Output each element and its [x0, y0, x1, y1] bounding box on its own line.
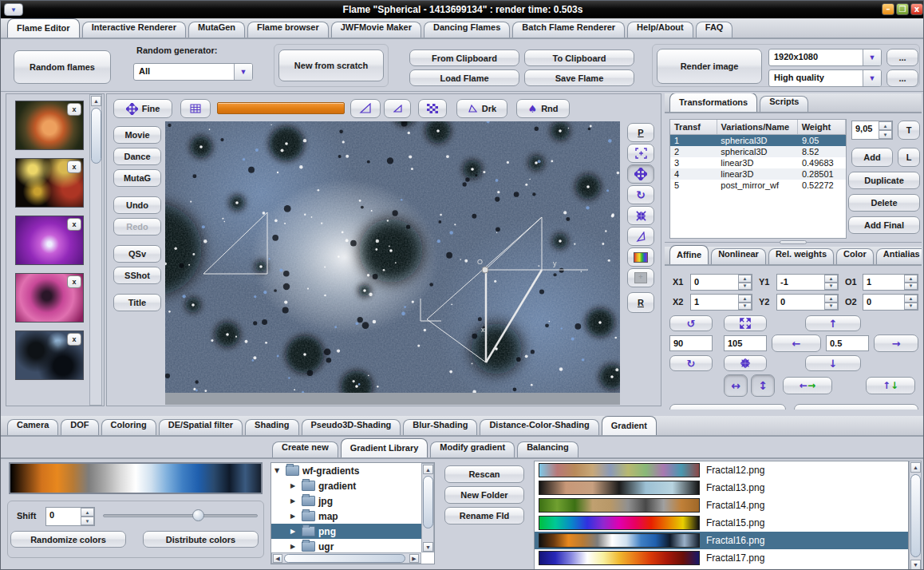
move-right-button[interactable]: → — [874, 334, 918, 352]
random-flames-button[interactable]: Random flames — [14, 50, 111, 84]
spin-down-icon[interactable]: ▼ — [81, 517, 94, 525]
col-weight[interactable]: Weight — [798, 120, 846, 134]
chevron-down-icon[interactable]: ▼ — [234, 64, 252, 80]
random-generator-select[interactable]: All ▼ — [133, 63, 253, 81]
tree-collapsed-icon[interactable]: ▶ — [290, 543, 298, 550]
disabled-tool-button[interactable]: + — [627, 268, 654, 287]
scrollbar-thumb[interactable] — [284, 554, 405, 563]
redo-button[interactable]: Redo — [113, 218, 161, 236]
gradient-mode-button[interactable] — [627, 247, 654, 267]
tree-expanded-icon[interactable]: ▼ — [274, 467, 282, 474]
tab-rel-weights[interactable]: Rel. weights — [768, 248, 834, 264]
spin-up-icon[interactable]: ▲ — [904, 275, 918, 283]
spin-up-icon[interactable]: ▲ — [81, 508, 94, 517]
tab-jwfmovie-maker[interactable]: JWFMovie Maker — [331, 22, 421, 38]
tab-coloring[interactable]: Coloring — [101, 419, 156, 435]
free-edit-mode-button[interactable] — [627, 227, 654, 246]
tab-batch-flame-renderer[interactable]: Batch Flame Renderer — [512, 22, 625, 38]
gradient-file-row[interactable]: Fractal12.png — [535, 461, 908, 479]
resolution-more-button[interactable]: ... — [886, 49, 918, 66]
tree-horizontal-scrollbar[interactable]: ◀ ▶ — [271, 552, 421, 564]
reset-button-clipped[interactable] — [794, 404, 918, 410]
spin-up-icon[interactable]: ▲ — [904, 295, 918, 303]
tab-gradient-library[interactable]: Gradient Library — [341, 438, 428, 457]
tab-transformations[interactable]: Transformations — [669, 93, 757, 112]
distribute-colors-button[interactable]: Distribute colors — [143, 531, 259, 548]
tab-flame-editor[interactable]: Flame Editor — [7, 18, 80, 38]
tree-collapsed-icon[interactable]: ▶ — [290, 482, 298, 489]
mutag-button[interactable]: MutaG — [113, 169, 161, 187]
gradient-file-row[interactable]: Fractal17.png — [535, 549, 908, 567]
quality-more-button[interactable]: ... — [886, 69, 918, 87]
tree-collapsed-icon[interactable]: ▶ — [290, 497, 298, 505]
gradient-file-row[interactable]: Fractal14.png — [535, 497, 908, 514]
toggle-t-button[interactable]: T — [898, 121, 920, 140]
scrollbar-thumb[interactable] — [423, 476, 433, 528]
tab-shading[interactable]: Shading — [245, 419, 298, 435]
transparency-toggle-button[interactable] — [418, 99, 447, 118]
toggle-l-button[interactable]: L — [898, 148, 920, 167]
gradient-file-row[interactable]: Fractal15.png — [535, 514, 908, 532]
quick-save-button[interactable]: QSv — [113, 245, 161, 263]
tab-gradient[interactable]: Gradient — [602, 416, 657, 435]
x1-field[interactable]: 0 ▲▼ — [690, 274, 752, 291]
spin-up-icon[interactable]: ▲ — [824, 275, 838, 283]
tree-vertical-scrollbar[interactable]: ▲ ▼ — [421, 463, 434, 552]
flame-thumbnail[interactable]: x — [15, 216, 84, 265]
thumbnail-scrollbar[interactable]: ▲ — [89, 94, 102, 406]
chevron-down-icon[interactable]: ▼ — [863, 49, 881, 65]
randomize-colors-button[interactable]: Randomize colors — [10, 531, 126, 548]
spin-down-icon[interactable]: ▼ — [904, 283, 918, 291]
tree-node-gradient[interactable]: ▶ gradient — [271, 478, 434, 493]
save-flame-button[interactable]: Save Flame — [524, 69, 634, 86]
grid-toggle-button[interactable] — [180, 99, 211, 118]
resolution-select[interactable]: 1920x1080 ▼ — [768, 49, 882, 66]
tab-dancing-flames[interactable]: Dancing Flames — [424, 22, 510, 38]
spin-up-icon[interactable]: ▲ — [738, 295, 752, 303]
tree-node-jpg[interactable]: ▶ jpg — [271, 493, 434, 509]
scroll-up-icon[interactable]: ▲ — [423, 465, 433, 474]
flame-thumbnail[interactable]: x — [15, 101, 84, 150]
tab-faq[interactable]: FAQ — [696, 22, 733, 38]
movie-button[interactable]: Movie — [113, 126, 161, 144]
to-clipboard-button[interactable]: To Clipboard — [524, 49, 634, 66]
close-thumbnail-button[interactable]: x — [67, 160, 81, 173]
tab-blur-shading[interactable]: Blur-Shading — [403, 419, 477, 435]
tab-dof[interactable]: DOF — [61, 419, 98, 435]
spin-down-icon[interactable]: ▼ — [824, 303, 838, 311]
spin-up-icon[interactable]: ▲ — [879, 121, 892, 130]
tab-color[interactable]: Color — [836, 248, 874, 264]
small-triangle-view-button[interactable] — [384, 99, 411, 118]
close-thumbnail-button[interactable]: x — [67, 333, 81, 346]
rotate-amount-input[interactable] — [669, 335, 713, 351]
close-thumbnail-button[interactable]: x — [67, 275, 81, 288]
scrollbar-thumb[interactable] — [910, 474, 921, 557]
scroll-right-icon[interactable]: ▶ — [409, 554, 419, 563]
tree-collapsed-icon[interactable]: ▶ — [290, 513, 298, 520]
move-amount-input[interactable] — [826, 335, 869, 351]
move-down-button[interactable]: ↓ — [805, 355, 861, 371]
gradient-file-row[interactable]: Fractal13.png — [535, 479, 908, 497]
random-toggle-button[interactable]: ♠ Rnd — [516, 99, 570, 118]
tab-de-spatial-filter[interactable]: DE/Spatial filter — [159, 419, 243, 435]
add-final-transform-button[interactable]: Add Final — [848, 216, 920, 234]
from-clipboard-button[interactable]: From Clipboard — [409, 49, 519, 66]
spin-up-icon[interactable]: ▲ — [738, 275, 752, 283]
screenshot-button[interactable]: SShot — [113, 267, 161, 284]
move-mode-button[interactable] — [627, 164, 654, 184]
splitter-grip[interactable] — [780, 240, 807, 244]
tree-node-png[interactable]: ▶ png — [271, 524, 434, 539]
reset-view-button[interactable]: R — [627, 292, 654, 313]
tree-node-root[interactable]: ▼ wf-gradients — [271, 463, 434, 478]
tab-scripts[interactable]: Scripts — [760, 96, 808, 112]
tree-collapsed-icon[interactable]: ▶ — [290, 528, 298, 535]
close-button[interactable]: x — [910, 3, 923, 15]
current-gradient-display[interactable] — [9, 462, 263, 494]
col-variations-name[interactable]: Variations/Name — [717, 120, 798, 134]
table-row[interactable]: 4 linear3D 0.28501 — [670, 168, 846, 180]
load-flame-button[interactable]: Load Flame — [409, 69, 519, 86]
spin-down-icon[interactable]: ▼ — [738, 283, 752, 291]
render-image-button[interactable]: Render image — [657, 49, 762, 84]
flip-vertical-toggle[interactable]: ↕ — [751, 374, 775, 397]
swap-horizontal-button[interactable]: ←→ — [783, 377, 832, 394]
